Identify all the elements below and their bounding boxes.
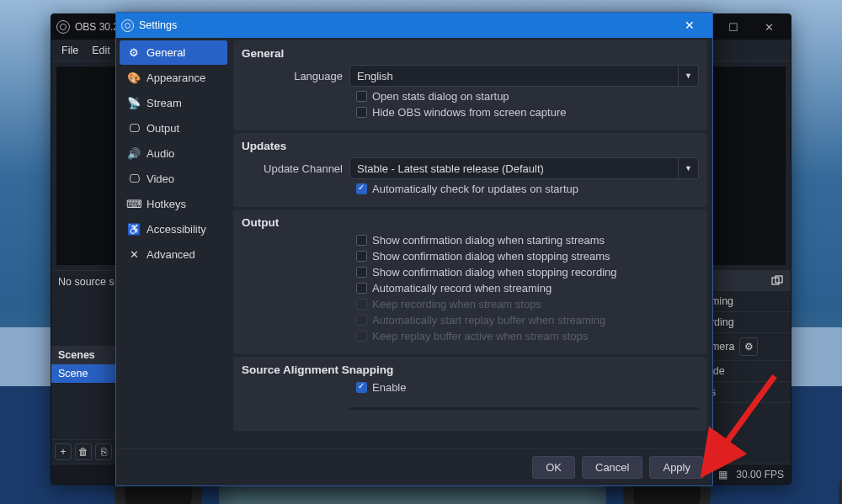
auto-check-updates-checkbox[interactable]: Automatically check for updates on start… [356,183,699,195]
sidebar-item-label: Video [147,172,174,185]
checkbox-icon [356,235,367,246]
sidebar-item-stream[interactable]: 📡Stream [120,91,227,115]
sidebar-item-general[interactable]: ⚙General [120,40,227,65]
status-fps: 30.00 FPS [736,469,784,480]
dialog-footer: OK Cancel Apply [116,448,712,485]
sidebar-item-label: Audio [147,147,174,160]
output-option-0[interactable]: Show confirmation dialog when starting s… [356,234,699,247]
checkbox-label: Keep replay buffer active when stream st… [372,330,588,342]
section-heading: Output [242,216,699,229]
checkbox-label: Keep recording when stream stops [372,298,541,310]
output-option-5: Automatically start replay buffer when s… [356,314,699,326]
checkbox-label: Show confirmation dialog when starting s… [372,234,605,247]
sidebar-item-label: Output [147,122,179,135]
checkbox-icon [356,251,367,262]
sidebar-item-label: Advanced [147,248,195,261]
sidebar-item-accessibility-icon: ♿ [128,224,140,236]
sidebar-item-label: Accessibility [147,223,206,236]
scene-filter-button[interactable]: ⎘ [95,443,112,460]
open-stats-checkbox[interactable]: Open stats dialog on startup [356,90,699,103]
section-general: General Language English ▼ Open stats di… [233,40,707,130]
snapping-enable-checkbox[interactable]: Enable [356,381,699,394]
hide-windows-checkbox[interactable]: Hide OBS windows from screen capture [356,106,699,119]
sidebar-item-output-icon: 🖵 [128,123,140,135]
checkbox-label: Show confirmation dialog when stopping s… [372,250,610,263]
apply-button[interactable]: Apply [649,456,704,479]
section-snapping: Source Alignment Snapping Enable [233,357,707,431]
chevron-down-icon: ▼ [678,66,698,86]
main-title-text: OBS 30.2 [75,21,119,33]
checkbox-label: Automatically record when streaming [372,282,552,294]
sidebar-item-advanced-icon: ✕ [128,249,140,261]
settings-dialog: Settings ✕ ⚙General🎨Appearance📡Stream🖵Ou… [115,12,713,486]
settings-scroll-area[interactable]: General Language English ▼ Open stats di… [231,38,712,448]
ok-button[interactable]: OK [532,456,575,479]
sidebar-item-accessibility[interactable]: ♿Accessibility [120,217,227,241]
sidebar-item-label: General [147,46,185,59]
sidebar-item-hotkeys-icon: ⌨ [128,199,140,210]
settings-titlebar: Settings ✕ [116,13,712,38]
checkbox-icon [356,267,367,278]
gear-icon[interactable]: ⚙ [739,337,758,356]
sidebar-item-video-icon: 🖵 [128,173,140,185]
sidebar-item-label: Appearance [147,72,205,84]
obs-logo-icon [121,19,134,32]
output-option-6: Keep replay buffer active when stream st… [356,330,699,342]
sidebar-item-hotkeys[interactable]: ⌨Hotkeys [120,192,227,216]
sidebar-item-advanced[interactable]: ✕Advanced [120,242,227,267]
sidebar-item-audio-icon: 🔊 [128,148,140,160]
menu-file[interactable]: File [56,42,83,59]
sidebar-item-appearance-icon: 🎨 [128,72,140,84]
checkbox-icon [356,299,367,310]
section-heading: Updates [242,140,699,152]
output-option-3[interactable]: Automatically record when streaming [356,282,699,294]
maximize-button[interactable]: ☐ [717,14,750,40]
sidebar-item-general-icon: ⚙ [128,47,140,59]
checkbox-icon [356,331,367,342]
sidebar-item-stream-icon: 📡 [128,98,140,109]
section-output: Output Show confirmation dialog when sta… [233,210,707,354]
obs-logo-icon [56,20,70,34]
sidebar-item-video[interactable]: 🖵Video [120,167,227,191]
cancel-button[interactable]: Cancel [582,456,642,479]
chevron-down-icon: ▼ [678,158,698,178]
update-channel-label: Update Channel [242,162,349,175]
checkbox-icon [356,283,367,294]
close-button[interactable]: ✕ [752,14,786,40]
sidebar-item-label: Hotkeys [147,198,186,210]
add-scene-button[interactable]: + [55,443,72,460]
delete-scene-button[interactable]: 🗑 [75,443,92,460]
popout-icon[interactable] [770,274,784,288]
settings-close-button[interactable]: ✕ [672,13,707,38]
checkbox-label: Automatically start replay buffer when s… [372,314,605,326]
section-heading: General [242,47,699,60]
section-updates: Updates Update Channel Stable - Latest s… [233,133,707,207]
output-option-1[interactable]: Show confirmation dialog when stopping s… [356,250,699,263]
sidebar-item-output[interactable]: 🖵Output [120,116,227,141]
sidebar-item-appearance[interactable]: 🎨Appearance [120,66,227,90]
sidebar-item-label: Stream [147,97,182,109]
language-label: Language [242,70,349,82]
checkbox-icon [356,315,367,326]
settings-title-text: Settings [139,19,177,31]
stats-icon: ▦ [718,469,727,480]
menu-edit[interactable]: Edit [87,42,115,59]
update-channel-select[interactable]: Stable - Latest stable release (Default)… [349,157,699,179]
sidebar-item-audio[interactable]: 🔊Audio [120,141,227,166]
section-heading: Source Alignment Snapping [242,363,699,376]
settings-sidebar: ⚙General🎨Appearance📡Stream🖵Output🔊Audio🖵… [116,38,231,448]
output-option-2[interactable]: Show confirmation dialog when stopping r… [356,266,699,279]
language-select[interactable]: English ▼ [349,65,699,87]
output-option-4: Keep recording when stream stops [356,298,699,310]
checkbox-label: Show confirmation dialog when stopping r… [372,266,617,279]
